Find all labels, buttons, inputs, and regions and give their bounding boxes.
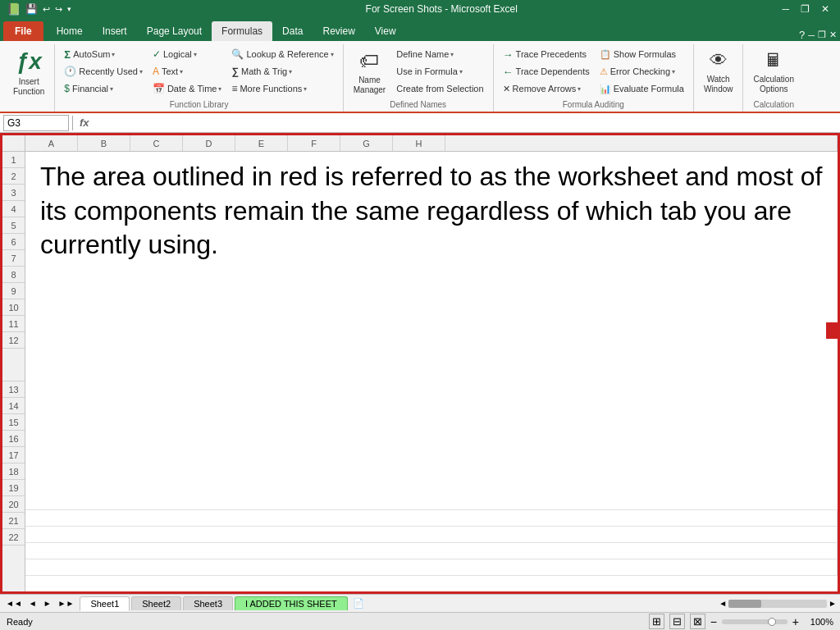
horizontal-scrollbar: ◄ ► <box>719 599 837 608</box>
tab-insert[interactable]: Insert <box>93 21 137 41</box>
quick-access-dropdown[interactable]: ▾ <box>67 5 71 13</box>
math-dropdown[interactable]: ▾ <box>289 68 292 75</box>
recently-used-dropdown[interactable]: ▾ <box>139 68 143 75</box>
math-trig-btn[interactable]: ∑ Math & Trig ▾ <box>227 63 337 80</box>
tab-page-layout[interactable]: Page Layout <box>137 21 212 41</box>
trace-dependents-icon: ← <box>503 66 514 78</box>
error-checking-dropdown[interactable]: ▾ <box>672 68 675 75</box>
trace-precedents-label: Trace Precedents <box>516 49 587 59</box>
evaluate-formula-btn[interactable]: 📊 Evaluate Formula <box>596 80 688 97</box>
row-num-14: 13 <box>2 381 25 398</box>
financial-btn[interactable]: $ Financial ▾ <box>60 80 147 97</box>
cell-a1-content[interactable]: The area outlined in red is referred to … <box>25 152 838 509</box>
col-header-A: A <box>25 135 78 151</box>
sheet-nav-first[interactable]: ◄◄ <box>3 597 25 609</box>
scroll-left-btn[interactable]: ◄ <box>719 599 727 608</box>
error-checking-btn[interactable]: ⚠ Error Checking ▾ <box>596 63 688 80</box>
scroll-right-btn[interactable]: ► <box>829 599 837 608</box>
calculation-options-btn[interactable]: 🖩 CalculationOptions <box>748 46 798 98</box>
name-manager-icon: 🏷 <box>359 49 379 73</box>
watch-window-btn[interactable]: 👁 WatchWindow <box>699 46 738 98</box>
create-from-selection-btn[interactable]: Create from Selection <box>392 80 487 97</box>
zoom-in-btn[interactable]: + <box>792 615 799 628</box>
trace-precedents-btn[interactable]: → Trace Precedents <box>499 46 594 62</box>
normal-view-btn[interactable]: ⊞ <box>649 614 664 629</box>
fx-button[interactable]: fx <box>76 116 93 129</box>
text-dropdown[interactable]: ▾ <box>180 68 183 75</box>
logical-btn[interactable]: ✓ Logical ▾ <box>148 46 226 62</box>
cell-empty[interactable] <box>25 543 838 559</box>
name-box[interactable]: G3 <box>3 115 69 131</box>
remove-arrows-btn[interactable]: ✕ Remove Arrows ▾ <box>499 80 594 97</box>
quick-save[interactable]: 💾 <box>25 3 38 15</box>
zoom-out-btn[interactable]: − <box>710 615 717 628</box>
tab-view[interactable]: View <box>365 21 406 41</box>
sheet-nav-next[interactable]: ► <box>41 597 54 609</box>
row-num-6: 6 <box>2 234 25 250</box>
text-btn[interactable]: A Text ▾ <box>148 63 226 80</box>
tab-formulas[interactable]: Formulas <box>212 21 272 41</box>
remove-arrows-dropdown[interactable]: ▾ <box>578 85 581 93</box>
sheet-nav-prev[interactable]: ◄ <box>26 597 39 609</box>
tab-file[interactable]: File <box>3 21 43 41</box>
row-num-4: 4 <box>2 201 25 217</box>
tab-home[interactable]: Home <box>47 21 93 41</box>
autosum-dropdown[interactable]: ▾ <box>112 51 115 58</box>
ribbon-restore-btn[interactable]: ❐ <box>818 30 826 40</box>
scroll-track[interactable] <box>728 600 827 608</box>
show-formulas-btn[interactable]: 📋 Show Formulas <box>596 46 688 62</box>
use-in-formula-dropdown[interactable]: ▾ <box>459 68 463 75</box>
cell-empty[interactable] <box>25 527 838 542</box>
trace-dependents-btn[interactable]: ← Trace Dependents <box>499 63 594 80</box>
cell-empty[interactable] <box>25 576 838 591</box>
page-layout-view-btn[interactable]: ⊟ <box>669 614 685 629</box>
quick-redo[interactable]: ↪ <box>55 4 62 15</box>
restore-btn[interactable]: ❐ <box>797 2 814 16</box>
row-num-11: 11 <box>2 316 25 332</box>
more-functions-btn[interactable]: ≡ More Functions ▾ <box>227 80 337 97</box>
minimize-btn[interactable]: ─ <box>778 2 793 16</box>
audit-col-2: 📋 Show Formulas ⚠ Error Checking ▾ 📊 Eva… <box>596 46 688 97</box>
ribbon-minimize-btn[interactable]: ─ <box>808 30 815 40</box>
date-time-btn[interactable]: 📅 Date & Time ▾ <box>148 80 226 97</box>
lookup-dropdown[interactable]: ▾ <box>331 51 334 58</box>
grid-content: The area outlined in red is referred to … <box>25 152 838 591</box>
financial-dropdown[interactable]: ▾ <box>110 85 113 93</box>
date-time-dropdown[interactable]: ▾ <box>218 85 221 93</box>
sheet-tab-added[interactable]: I ADDED THIS SHEET <box>235 596 348 610</box>
use-in-formula-btn[interactable]: Use in Formula ▾ <box>392 63 487 80</box>
more-functions-icon: ≡ <box>231 83 237 94</box>
name-manager-btn[interactable]: 🏷 NameManager <box>349 46 390 98</box>
remove-arrows-icon: ✕ <box>503 84 510 94</box>
define-name-btn[interactable]: Define Name ▾ <box>392 46 487 62</box>
cell-empty[interactable] <box>25 559 838 575</box>
scroll-thumb[interactable] <box>728 600 761 608</box>
cell-empty[interactable] <box>25 510 838 526</box>
ribbon-close-btn[interactable]: ✕ <box>829 30 837 40</box>
sheet-tab-sheet1[interactable]: Sheet1 <box>80 596 130 611</box>
col-header-D: D <box>183 135 235 151</box>
quick-undo[interactable]: ↩ <box>43 4 50 15</box>
app-icon: 📗 <box>7 2 21 16</box>
sheet-nav-last[interactable]: ►► <box>56 597 77 609</box>
help-btn[interactable]: ? <box>799 29 805 41</box>
autosum-btn[interactable]: Σ AutoSum ▾ <box>60 46 147 62</box>
defined-names-label: Defined Names <box>349 98 488 112</box>
sheet-tab-sheet2[interactable]: Sheet2 <box>131 596 181 610</box>
formula-input[interactable] <box>96 117 837 129</box>
recently-used-btn[interactable]: 🕐 Recently Used ▾ <box>60 63 147 80</box>
insert-function-btn[interactable]: ƒx InsertFunction <box>8 46 49 98</box>
page-break-view-btn[interactable]: ⊠ <box>690 614 705 629</box>
sheet-nav: ◄◄ ◄ ► ►► <box>3 597 76 609</box>
logical-dropdown[interactable]: ▾ <box>194 51 197 58</box>
lookup-reference-btn[interactable]: 🔍 Lookup & Reference ▾ <box>227 46 337 62</box>
more-functions-dropdown[interactable]: ▾ <box>304 85 307 93</box>
zoom-slider[interactable] <box>722 619 788 624</box>
define-name-dropdown[interactable]: ▾ <box>450 51 454 58</box>
row-num-15: 14 <box>2 398 25 414</box>
zoom-slider-thumb[interactable] <box>768 618 776 626</box>
close-btn[interactable]: ✕ <box>817 2 833 16</box>
tab-data[interactable]: Data <box>272 21 313 41</box>
sheet-tab-sheet3[interactable]: Sheet3 <box>183 596 233 610</box>
tab-review[interactable]: Review <box>313 21 364 41</box>
